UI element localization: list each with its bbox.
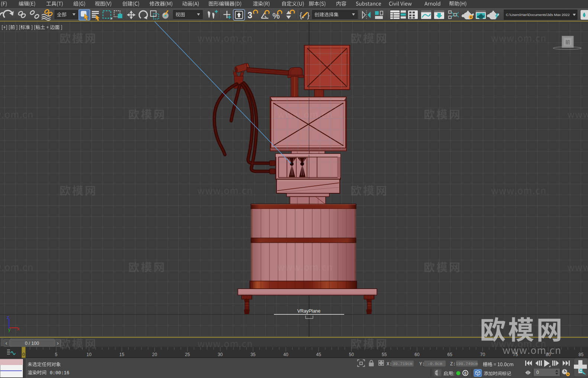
- svg-text:10: 10: [87, 352, 92, 357]
- svg-text:C:\Users\Han\Documents\3ds Max: C:\Users\Han\Documents\3ds Max 2022: [506, 13, 569, 17]
- svg-text:39.719cm: 39.719cm: [393, 362, 413, 366]
- svg-text:Z:: Z:: [450, 362, 456, 367]
- svg-text:y: y: [8, 327, 11, 332]
- svg-text:X:: X:: [387, 362, 392, 367]
- svg-text:20: 20: [152, 352, 157, 357]
- svg-text:80: 80: [546, 352, 551, 357]
- svg-text:30: 30: [218, 352, 223, 357]
- svg-text:60: 60: [414, 352, 420, 357]
- svg-text:0:00:16: 0:00:16: [50, 371, 70, 376]
- svg-text:%: %: [272, 11, 280, 20]
- svg-text:x: x: [17, 326, 20, 332]
- svg-text:5: 5: [55, 352, 58, 357]
- svg-text:40: 40: [283, 352, 288, 357]
- svg-text:35: 35: [251, 352, 256, 357]
- svg-text:0: 0: [536, 370, 539, 375]
- svg-text:85: 85: [579, 352, 584, 357]
- svg-text:0: 0: [22, 352, 25, 357]
- svg-text:199.749cm: 199.749cm: [456, 362, 478, 366]
- svg-text:›: ›: [57, 340, 59, 346]
- svg-text:VRayPlane: VRayPlane: [297, 308, 321, 314]
- svg-text:25: 25: [185, 352, 190, 357]
- svg-text:z: z: [7, 314, 9, 320]
- svg-text:15: 15: [119, 352, 125, 357]
- svg-text:3: 3: [248, 10, 252, 20]
- svg-text:‹: ‹: [6, 340, 7, 346]
- svg-text:-0.0cm: -0.0cm: [427, 362, 442, 366]
- svg-text:Y:: Y:: [419, 362, 425, 367]
- svg-text:55: 55: [382, 352, 387, 357]
- svg-text:0: 0: [464, 371, 466, 375]
- svg-text:{: {: [300, 11, 302, 19]
- svg-text:}: }: [307, 11, 310, 19]
- svg-text:0 / 100: 0 / 100: [25, 341, 39, 346]
- svg-text:50: 50: [349, 352, 354, 357]
- svg-text:45: 45: [316, 352, 322, 357]
- svg-text:70: 70: [480, 352, 485, 357]
- svg-text:65: 65: [448, 352, 453, 357]
